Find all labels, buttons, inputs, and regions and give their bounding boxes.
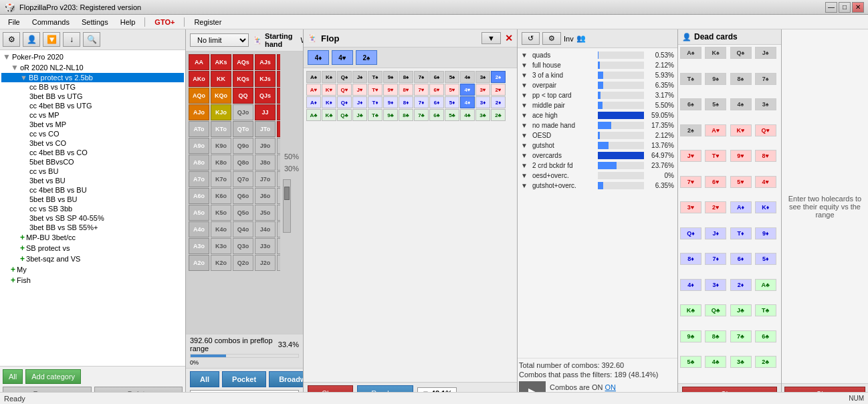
card-9♣[interactable]: 9♣ [383, 109, 398, 121]
card-4♦[interactable]: 4♦ [460, 96, 475, 108]
dead-card-T♣[interactable]: T♣ [755, 304, 776, 316]
dead-card-Q♦[interactable]: Q♦ [680, 227, 701, 239]
hand-cell-JJ[interactable]: JJ [255, 104, 276, 120]
hand-cell-QTo[interactable]: QTo [233, 121, 253, 137]
dead-card-K♠[interactable]: K♠ [705, 47, 726, 59]
add-range-button[interactable]: All [3, 369, 23, 384]
hand-cell-Q5o[interactable]: Q5o [233, 205, 253, 221]
hand-cell-A5o[interactable]: A5o [189, 205, 209, 221]
settings-button[interactable]: ⚙ [3, 32, 20, 47]
hand-cell-A2o[interactable]: A2o [189, 255, 209, 271]
hand-cell-K5o[interactable]: K5o [211, 205, 231, 221]
dead-card-8♣[interactable]: 8♣ [705, 330, 726, 342]
dead-card-8♦[interactable]: 8♦ [680, 253, 701, 265]
card-7♠[interactable]: 7♠ [414, 71, 429, 83]
tree-item-poker-pro[interactable]: ▼ Poker-Pro 2020 [1, 52, 184, 62]
hand-cell-A4o[interactable]: A4o [189, 221, 209, 237]
dead-card-9♣[interactable]: 9♣ [680, 330, 701, 342]
hand-cell-J2o[interactable]: J2o [255, 255, 276, 271]
flop-card-3[interactable]: 2♠ [356, 50, 377, 65]
pocket-button[interactable]: Pocket [222, 371, 266, 387]
scrollbar[interactable] [283, 179, 291, 233]
dead-card-7♠[interactable]: 7♠ [755, 73, 776, 85]
dead-card-A♦[interactable]: A♦ [730, 201, 752, 213]
dead-card-Q♥[interactable]: Q♥ [755, 124, 776, 136]
card-A♠[interactable]: A♠ [306, 71, 321, 83]
dead-card-5♥[interactable]: 5♥ [730, 176, 752, 188]
filter-button[interactable]: 🔽 [43, 32, 60, 47]
user-button[interactable]: 👤 [23, 32, 40, 47]
hand-cell-KJo[interactable]: KJo [211, 104, 231, 120]
card-8♥[interactable]: 8♥ [399, 84, 413, 96]
card-2♣[interactable]: 2♣ [491, 109, 506, 121]
card-4♣[interactable]: 4♣ [460, 109, 475, 121]
hand-cell-A9o[interactable]: A9o [189, 138, 209, 154]
dead-card-8♥[interactable]: 8♥ [755, 150, 776, 162]
dead-card-9♠[interactable]: 9♠ [705, 73, 726, 85]
card-4♠[interactable]: 4♠ [460, 71, 475, 83]
hand-cell-A6o[interactable]: A6o [189, 188, 209, 204]
menu-commands[interactable]: Commands [27, 17, 75, 27]
hand-cell-AJo[interactable]: AJo [189, 104, 209, 120]
tree-item-cc-4bet-co[interactable]: cc 4bet BB vs CO [1, 148, 184, 157]
card-T♠[interactable]: T♠ [368, 71, 383, 83]
tree-item-mp-bu[interactable]: + MP-BU 3bet/cc [1, 232, 184, 243]
tree-item-cc-vs-bu[interactable]: cc vs BU [1, 167, 184, 176]
close-button[interactable]: ✕ [852, 2, 864, 13]
tree-item-sb-protect[interactable]: + SB protect vs [1, 243, 184, 254]
hand-cell-K3o[interactable]: K3o [211, 238, 231, 254]
card-5♥[interactable]: 5♥ [445, 84, 459, 96]
card-8♠[interactable]: 8♠ [399, 71, 413, 83]
card-T♥[interactable]: T♥ [368, 84, 383, 96]
tree-item-5bet-bb-bu[interactable]: 5bet BB vs BU [1, 195, 184, 204]
dead-card-6♦[interactable]: 6♦ [730, 253, 752, 265]
card-7♦[interactable]: 7♦ [414, 96, 429, 108]
hand-cell-A8o[interactable]: A8o [189, 155, 209, 171]
card-6♥[interactable]: 6♥ [429, 84, 444, 96]
dead-card-5♣[interactable]: 5♣ [680, 356, 701, 368]
dead-card-K♦[interactable]: K♦ [755, 201, 776, 213]
hand-cell-K2o[interactable]: K2o [211, 255, 231, 271]
card-T♣[interactable]: T♣ [368, 109, 383, 121]
card-K♣[interactable]: K♣ [322, 109, 336, 121]
search-button[interactable]: 🔍 [83, 32, 100, 47]
tree-item-3bet-sb-sp[interactable]: 3bet vs SB SP 40-55% [1, 213, 184, 223]
card-3♦[interactable]: 3♦ [475, 96, 490, 108]
card-2♦[interactable]: 2♦ [491, 96, 506, 108]
card-A♣[interactable]: A♣ [306, 109, 321, 121]
hand-cell-Q7o[interactable]: Q7o [233, 171, 253, 187]
hand-cell-K6o[interactable]: K6o [211, 188, 231, 204]
menu-gto[interactable]: GTO+ [149, 17, 180, 27]
dead-card-A♥[interactable]: A♥ [705, 124, 726, 136]
card-8♣[interactable]: 8♣ [399, 109, 413, 121]
tree-item-3bet-bb-utg[interactable]: 3bet BB vs UTG [1, 92, 184, 101]
dead-card-2♦[interactable]: 2♦ [730, 279, 752, 291]
hand-cell-Q4o[interactable]: Q4o [233, 221, 253, 237]
flop-card-2[interactable]: 4♥ [332, 50, 353, 65]
card-K♠[interactable]: K♠ [322, 71, 336, 83]
minimize-button[interactable]: — [825, 2, 837, 13]
hand-cell-AJs[interactable]: AJs [255, 54, 276, 70]
card-5♦[interactable]: 5♦ [445, 96, 459, 108]
hand-cell-KQs[interactable]: KQs [233, 71, 253, 87]
hand-cell-K7o[interactable]: K7o [211, 171, 231, 187]
tree-item-3bet-sqz[interactable]: + 3bet-sqz and VS [1, 254, 184, 264]
dead-card-T♦[interactable]: T♦ [730, 227, 752, 239]
hand-cell-AQo[interactable]: AQo [189, 88, 209, 104]
hand-cell-Q9o[interactable]: Q9o [233, 138, 253, 154]
hand-cell-KK[interactable]: KK [211, 71, 231, 87]
refresh-stats-button[interactable]: ↺ [522, 32, 540, 45]
dead-card-4♥[interactable]: 4♥ [755, 176, 776, 188]
hand-cell-KJs[interactable]: KJs [255, 71, 276, 87]
broadway-button[interactable]: Broadway [269, 371, 303, 387]
dead-card-J♦[interactable]: J♦ [705, 227, 726, 239]
tree-item-3bet-bb-55[interactable]: 3bet BB vs SB 55%+ [1, 223, 184, 232]
hand-cell-K8o[interactable]: K8o [211, 155, 231, 171]
dead-card-6♠[interactable]: 6♠ [680, 98, 701, 110]
tree-item-or-2020[interactable]: ▼ oR 2020 NL2-NL10 [1, 62, 184, 73]
hand-cell-J6o[interactable]: J6o [255, 188, 276, 204]
card-A♦[interactable]: A♦ [306, 96, 321, 108]
dead-card-5♠[interactable]: 5♠ [705, 98, 726, 110]
maximize-button[interactable]: □ [839, 2, 851, 13]
dead-card-J♠[interactable]: J♠ [755, 47, 776, 59]
